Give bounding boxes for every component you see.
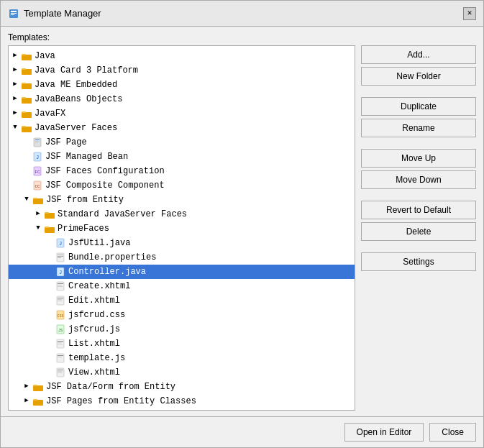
open-in-editor-button[interactable]: Open in Editor — [344, 423, 424, 442]
svg-rect-7 — [22, 68, 26, 70]
tree-item-bundle[interactable]: Bundle.properties — [9, 250, 355, 265]
svg-rect-46 — [58, 299, 62, 300]
expand-java[interactable]: ▶ — [10, 51, 20, 61]
tree-item-java-me[interactable]: ▶ Java ME Embedded — [9, 78, 355, 92]
expand-javabeans[interactable]: ▶ — [10, 94, 20, 104]
tree-label: Java — [35, 50, 55, 63]
file-icon-jsf-page — [32, 137, 43, 147]
tree-item-jsf-dataform[interactable]: ▶ JSF Data/Form from Entity — [9, 380, 355, 394]
templates-label: Templates: — [8, 32, 476, 42]
folder-icon-jsf — [21, 123, 32, 133]
svg-text:J: J — [59, 241, 62, 247]
tree-item-java[interactable]: ▶ Java — [9, 49, 355, 63]
tree-label: Controller.java — [68, 265, 146, 278]
expand-java-me[interactable]: ▶ — [10, 80, 20, 90]
tree-label: JSF Data/Form from Entity — [46, 380, 175, 393]
svg-rect-29 — [45, 212, 49, 214]
svg-rect-61 — [58, 371, 62, 372]
file-icon-list — [55, 339, 66, 349]
tree-label: List.xhtml — [68, 337, 120, 350]
tree-item-jsf-faces-config[interactable]: FC JSF Faces Configuration — [9, 164, 355, 178]
settings-button[interactable]: Settings — [361, 252, 476, 271]
tree-item-jsfcrud-js[interactable]: JS jsfcrud.js — [9, 322, 355, 337]
tree-item-java-card[interactable]: ▶ Java Card 3 Platform — [9, 63, 355, 78]
svg-rect-30 — [45, 227, 55, 233]
tree-item-primefaces[interactable]: ▼ PrimeFaces — [9, 221, 355, 236]
tree-label: JSF Composite Component — [45, 179, 165, 192]
tree-label: PrimeFaces — [58, 222, 109, 235]
svg-rect-56 — [57, 354, 64, 362]
svg-rect-5 — [22, 54, 26, 55]
template-manager-dialog: Template Manager ✕ Templates: ▶ Java — [0, 0, 484, 448]
folder-icon-java-card — [21, 65, 32, 76]
svg-rect-17 — [35, 140, 40, 140]
tree-item-jsf-entity[interactable]: ▼ JSF from Entity — [9, 193, 355, 207]
svg-rect-3 — [11, 14, 14, 15]
tree-item-jsfutil[interactable]: J JsfUtil.java — [9, 236, 355, 250]
rename-button[interactable]: Rename — [361, 119, 476, 137]
tree-item-jsf-page[interactable]: JSF Page — [9, 135, 355, 150]
tree-item-jsf-managed-bean[interactable]: J JSF Managed Bean — [9, 150, 355, 164]
tree-label: View.xhtml — [68, 366, 120, 379]
tree-item-javabeans[interactable]: ▶ JavaBeans Objects — [9, 92, 355, 106]
tree-item-view[interactable]: View.xhtml — [9, 365, 355, 380]
svg-rect-45 — [58, 298, 63, 298]
expand-jsf-dataform[interactable]: ▶ — [22, 382, 32, 392]
expand-primefaces[interactable]: ▼ — [33, 224, 43, 234]
svg-rect-1 — [11, 11, 17, 12]
folder-icon-standard-jsf — [44, 209, 55, 219]
file-icon-edit — [55, 296, 66, 306]
tree-item-create[interactable]: Create.xhtml — [9, 279, 355, 293]
revert-button[interactable]: Revert to Default — [361, 201, 476, 219]
tree-item-jsf-pages[interactable]: ▶ JSF Pages from Entity Classes — [9, 394, 355, 408]
svg-rect-26 — [33, 198, 43, 204]
folder-icon-jsf-dataform — [32, 382, 44, 392]
expand-jsf[interactable]: ▼ — [10, 123, 20, 133]
tree-item-list[interactable]: List.xhtml — [9, 337, 355, 351]
expand-standard-jsf[interactable]: ▶ — [33, 209, 43, 219]
tree-label: Edit.xhtml — [68, 294, 120, 307]
file-icon-controller: J — [55, 267, 66, 277]
expand-javafx[interactable]: ▶ — [10, 109, 20, 119]
svg-rect-13 — [22, 111, 26, 113]
new-folder-button[interactable]: New Folder — [361, 67, 476, 86]
svg-rect-11 — [22, 97, 26, 99]
tree-scroll[interactable]: ▶ Java ▶ Java Card 3 Platform — [9, 46, 355, 410]
expand-jsf-entity[interactable]: ▼ — [22, 195, 32, 205]
title-bar: Template Manager ✕ — [1, 1, 483, 27]
delete-button[interactable]: Delete — [361, 222, 476, 241]
expand-java-card[interactable]: ▶ — [10, 65, 20, 76]
move-up-button[interactable]: Move Up — [361, 149, 476, 168]
tree-label: JavaBeans Objects — [35, 93, 122, 106]
tree-label: Java Card 3 Platform — [35, 64, 138, 77]
tree-item-javafx[interactable]: ▶ JavaFX — [9, 106, 355, 121]
tree-item-controller[interactable]: J Controller.java — [9, 265, 355, 279]
svg-rect-9 — [22, 83, 26, 84]
svg-rect-15 — [22, 126, 26, 127]
tree-item-jsfcrud-css[interactable]: CSS jsfcrud.css — [9, 308, 355, 322]
folder-icon-java-me — [21, 80, 32, 90]
svg-rect-6 — [22, 69, 32, 75]
svg-rect-54 — [58, 342, 62, 343]
tree-label: jsfcrud.js — [68, 323, 120, 336]
close-button[interactable]: Close — [429, 423, 476, 442]
file-icon-template-js — [55, 353, 66, 363]
svg-rect-42 — [58, 285, 62, 285]
tree-label: Standard JavaServer Faces — [58, 208, 187, 221]
tree-item-template-js[interactable]: template.js — [9, 351, 355, 365]
tree-item-jsf[interactable]: ▼ JavaServer Faces — [9, 121, 355, 135]
svg-rect-4 — [22, 55, 32, 60]
add-button[interactable]: Add... — [361, 45, 476, 64]
move-down-button[interactable]: Move Down — [361, 170, 476, 189]
tree-item-standard-jsf[interactable]: ▶ Standard JavaServer Faces — [9, 207, 355, 221]
duplicate-button[interactable]: Duplicate — [361, 97, 476, 116]
tree-item-edit[interactable]: Edit.xhtml — [9, 293, 355, 308]
svg-text:J: J — [36, 155, 39, 160]
close-icon[interactable]: ✕ — [463, 7, 476, 20]
tree-label: Create.xhtml — [68, 280, 130, 293]
expand-jsf-pages[interactable]: ▶ — [22, 396, 32, 406]
file-icon-jsfutil: J — [55, 238, 66, 248]
svg-rect-66 — [33, 399, 37, 401]
tree-item-jsf-composite[interactable]: CC JSF Composite Component — [9, 178, 355, 193]
tree-label: JSF from Entity — [46, 193, 124, 206]
